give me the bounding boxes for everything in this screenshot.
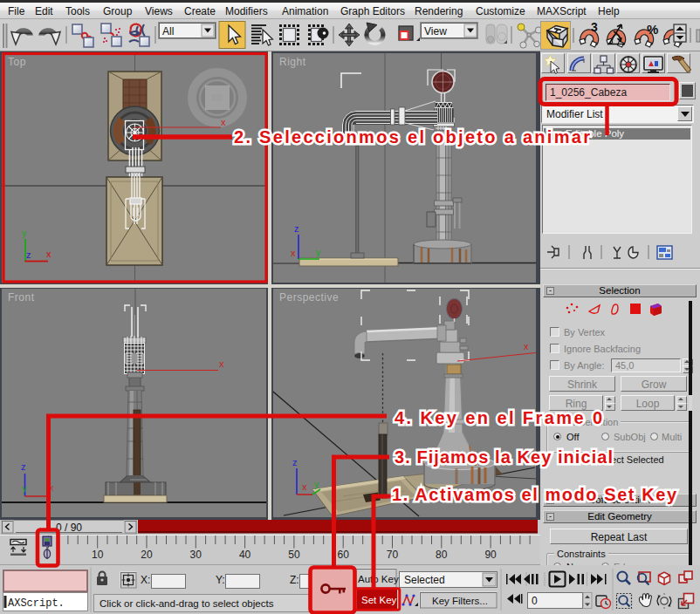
svg-text:70: 70 xyxy=(387,549,399,561)
svg-text:z: z xyxy=(21,461,26,472)
svg-text:10: 10 xyxy=(92,549,104,561)
svg-text:50: 50 xyxy=(288,549,300,561)
svg-text:30: 30 xyxy=(190,549,202,561)
svg-text:x: x xyxy=(221,117,226,127)
svg-text:x: x xyxy=(49,482,54,493)
svg-text:x: x xyxy=(219,358,224,369)
svg-text:20: 20 xyxy=(141,549,153,561)
svg-text:0 / 90: 0 / 90 xyxy=(56,522,82,534)
svg-text:x: x xyxy=(46,249,51,259)
svg-text:z: z xyxy=(294,223,299,234)
svg-text:All: All xyxy=(162,25,174,38)
svg-text:AXScript.: AXScript. xyxy=(8,597,65,610)
svg-text:Key Filters...: Key Filters... xyxy=(432,596,488,606)
svg-text:Auto Key: Auto Key xyxy=(358,574,399,584)
svg-text:y: y xyxy=(22,228,27,238)
svg-text:Set Key: Set Key xyxy=(361,595,397,605)
svg-text:x: x xyxy=(302,481,307,492)
svg-text:Z:: Z: xyxy=(290,574,299,586)
svg-text:Y:: Y: xyxy=(216,574,225,586)
svg-text:View: View xyxy=(424,25,447,38)
svg-text:60: 60 xyxy=(338,549,350,561)
svg-text:y: y xyxy=(22,483,27,494)
svg-text:y: y xyxy=(316,247,321,257)
svg-text:y: y xyxy=(314,479,319,489)
svg-text:x: x xyxy=(524,341,529,351)
svg-text:40: 40 xyxy=(239,549,251,561)
svg-text:Selected: Selected xyxy=(404,574,445,586)
svg-text:80: 80 xyxy=(436,549,448,561)
svg-text:X:: X: xyxy=(141,574,150,586)
svg-text:3: 3 xyxy=(591,20,598,34)
svg-text:z: z xyxy=(292,457,298,467)
svg-text:z: z xyxy=(26,249,31,260)
svg-text:Click or click-and-drag to sel: Click or click-and-drag to select object… xyxy=(100,598,274,609)
svg-text:0: 0 xyxy=(532,595,538,607)
svg-text:90: 90 xyxy=(484,549,497,561)
svg-text:%: % xyxy=(647,22,658,37)
svg-text:x: x xyxy=(291,248,296,258)
